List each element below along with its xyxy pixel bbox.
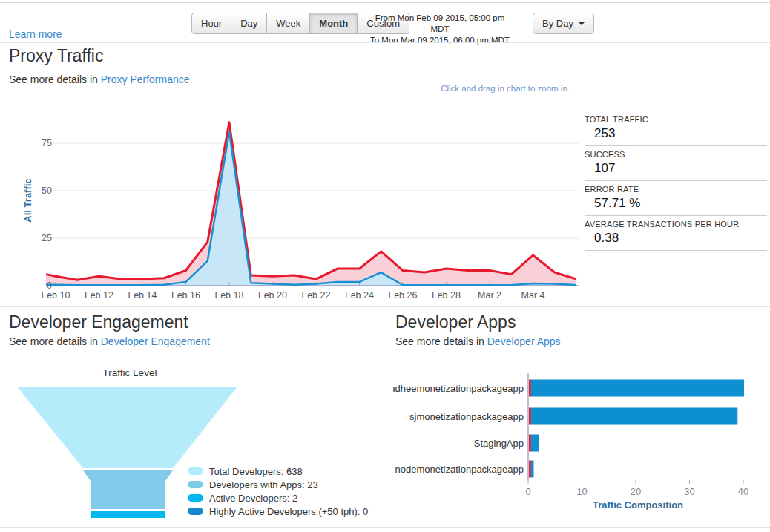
funnel-legend: Total Developers: 638Developers with App… [188,464,368,518]
date-to: To Mon Mar 09 2015, 06:00 pm MDT [369,35,510,46]
bar-category-label: sjmonetizationpackageapp [409,411,524,422]
x-tick-label: 0 [525,486,530,497]
x-tick-label: Feb 22 [302,290,331,301]
developer-apps-bar-chart[interactable]: sudheemonetizationpackageappsjmonetizati… [393,367,768,512]
funnel-segment-total-developers[interactable] [17,387,237,468]
proxy-traffic-subtitle: See more details in Proxy Performance [9,73,190,85]
vertical-divider [386,310,386,525]
stat-row: ERROR RATE57.71 % [585,181,767,216]
x-tick-label: Mar 4 [521,290,545,301]
stat-label: TOTAL TRAFFIC [585,115,767,124]
chevron-down-icon [579,22,585,25]
x-tick-label: Feb 26 [389,290,418,301]
funnel-segment-active-developers[interactable] [91,511,165,518]
developer-apps-subtitle: See more details in Developer Apps [395,335,561,347]
x-tick-label: Mar 2 [478,290,501,301]
bar-success-segment[interactable] [531,435,539,452]
bar-success-segment[interactable] [531,380,744,397]
x-tick-label: Feb 28 [432,290,461,301]
legend-row: Developers with Apps: 23 [188,478,368,491]
x-tick-label: 40 [738,486,748,497]
bar-error-segment[interactable] [529,408,531,425]
all-traffic-line [46,122,576,280]
developer-engagement-title: Developer Engagement [9,312,188,332]
proxy-performance-link[interactable]: Proxy Performance [101,73,190,85]
bar-error-segment[interactable] [529,380,531,397]
stat-value: 253 [585,124,767,141]
y-tick-label: 25 [42,233,52,243]
top-border [0,2,770,3]
success-line [46,132,576,286]
y-tick-label: 50 [42,185,52,196]
area-all-traffic [46,122,576,286]
stat-label: SUCCESS [585,150,767,159]
range-button-day[interactable]: Day [231,13,267,34]
stat-label: AVERAGE TRANSACTIONS PER HOUR [585,220,767,229]
section-divider [0,306,770,307]
x-tick-label: Feb 12 [85,290,113,301]
funnel-title: Traffic Level [103,367,157,378]
legend-swatch [188,508,203,515]
by-day-dropdown-button[interactable]: By Day [533,13,594,34]
stat-value: 57.71 % [585,194,767,211]
date-range-display: From Mon Feb 09 2015, 05:00 pm MDT To Mo… [369,13,510,46]
bar-error-segment[interactable] [529,461,531,478]
developer-engagement-subtitle: See more details in Developer Engagement [9,335,210,347]
bar-error-segment[interactable] [529,435,531,452]
date-from: From Mon Feb 09 2015, 05:00 pm MDT [369,13,510,35]
subtitle-prefix: See more details in [9,73,98,85]
subtitle-prefix: See more details in [395,335,484,347]
stat-value: 0.38 [585,229,767,246]
developer-apps-title: Developer Apps [395,312,516,332]
legend-label: Developers with Apps: 23 [209,479,318,490]
bar-category-label: nodemonetizationpackageapp [395,464,524,475]
x-tick-label: Feb 10 [42,290,70,301]
chart-zoom-hint: Click and drag in chart to zoom in. [386,84,570,93]
learn-more-link[interactable]: Learn more [9,28,62,40]
stat-label: ERROR RATE [585,185,767,194]
developer-apps-link[interactable]: Developer Apps [487,335,561,347]
traffic-stats-panel: TOTAL TRAFFIC253SUCCESS107ERROR RATE57.7… [585,111,767,251]
legend-label: Total Developers: 638 [209,466,303,477]
proxy-traffic-area-chart[interactable]: Feb 10Feb 12Feb 14Feb 16Feb 18Feb 20Feb … [22,104,586,301]
legend-row: Highly Active Developers (+50 tph): 0 [188,505,368,518]
funnel-segment-developers-with-apps[interactable] [83,470,173,509]
legend-swatch [188,481,203,488]
stat-row: TOTAL TRAFFIC253 [585,111,767,146]
proxy-traffic-title: Proxy Traffic [9,46,103,66]
bottom-border [0,527,770,528]
range-button-week[interactable]: Week [266,13,310,34]
legend-label: Active Developers: 2 [209,493,297,504]
y-tick-label: 0 [47,280,52,291]
by-day-label: By Day [542,18,573,29]
x-tick-label: 20 [631,486,641,497]
legend-swatch [188,467,203,475]
range-button-hour[interactable]: Hour [191,13,231,34]
subtitle-prefix: See more details in [9,335,98,347]
bar-success-segment[interactable] [531,461,534,478]
toolbar-divider [0,42,770,43]
legend-label: Highly Active Developers (+50 tph): 0 [209,506,368,517]
x-tick-label: Feb 24 [345,290,374,301]
y-axis-title: All Traffic [22,178,33,222]
y-tick-label: 75 [42,138,52,148]
x-tick-label: Feb 20 [258,290,287,301]
stat-row: SUCCESS107 [585,146,767,181]
bar-category-label: StagingApp [474,438,524,449]
legend-row: Active Developers: 2 [188,491,368,505]
x-tick-label: 10 [576,486,587,497]
stat-value: 107 [585,159,767,176]
developer-engagement-link[interactable]: Developer Engagement [101,335,210,347]
range-button-month[interactable]: Month [309,13,358,34]
x-tick-label: Feb 18 [215,290,244,301]
x-tick-label: 30 [684,486,694,497]
legend-swatch [188,494,203,502]
legend-row: Total Developers: 638 [188,464,368,478]
bar-success-segment[interactable] [531,408,737,425]
bar-category-label: sudheemonetizationpackageapp [393,383,524,394]
x-tick-label: Feb 16 [171,290,200,301]
x-tick-label: Feb 14 [128,290,157,301]
stat-row: AVERAGE TRANSACTIONS PER HOUR0.38 [585,216,767,251]
area-success [46,132,576,286]
dashboard-page: Learn more HourDayWeekMonthCustom From M… [0,0,770,532]
